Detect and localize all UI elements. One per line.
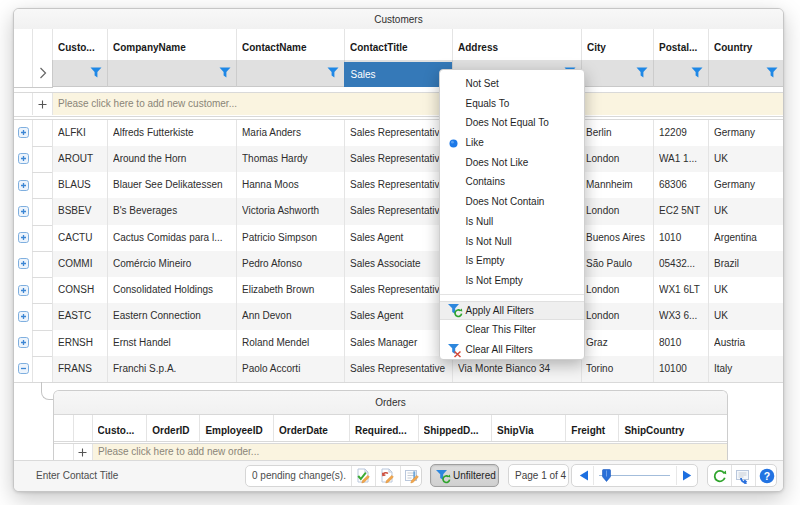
svg-text:?: ? xyxy=(764,469,770,481)
